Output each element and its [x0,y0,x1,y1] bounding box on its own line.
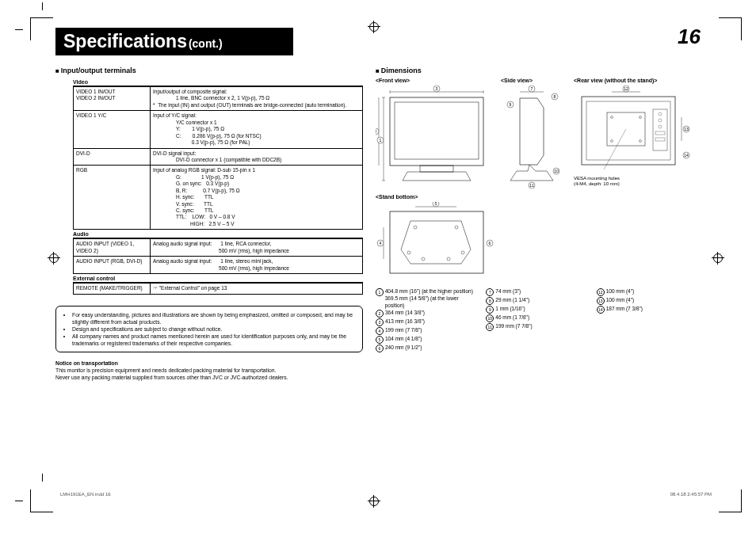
audio-table: AUDIO INPUT (VIDEO 1, VIDEO 2) Analog au… [73,238,363,274]
table-cell: VIDEO 1 IN/OUTVIDEO 2 IN/OUT [74,87,151,111]
svg-point-17 [414,226,417,229]
svg-point-18 [455,226,458,229]
table-cell: Input of Y/C signal: Y/C connector x 1 Y… [151,111,363,148]
page-footer: LMH191EA_EN.indd 16 08.4.18 2:45:57 PM [60,492,712,497]
audio-subhead: Audio [73,230,363,238]
dimension-item: 5104 mm (4 1/8") [376,336,476,344]
table-cell: AUDIO INPUT (RGB, DVI-D) [74,257,151,274]
dimension-item: 13100 mm (4") [597,297,697,305]
ext-subhead: External control [73,274,363,283]
footer-left: LMH191EA_EN.indd 16 [60,492,111,497]
svg-rect-16 [390,211,483,273]
stand-view-label: <Stand bottom> [376,194,494,200]
table-cell: VIDEO 1 Y/C [74,111,151,148]
dimension-value: 404.8 mm (16") (at the higher position) … [385,288,477,309]
dimension-value: 100 mm (4") [606,288,635,295]
svg-point-19 [407,251,410,254]
svg-text:8: 8 [554,94,556,99]
svg-point-20 [461,251,464,254]
dimension-item: 4199 mm (7 7/8") [376,327,476,335]
table-cell: DVI-D signal input: DVI-D connector x 1 … [151,148,363,166]
table-cell: REMOTE (MAKE/TRIGGER) [74,284,151,294]
dimension-number-icon: 9 [486,306,494,314]
svg-point-21 [422,257,425,261]
dimension-item: 774 mm (3") [486,288,586,296]
table-cell: AUDIO INPUT (VIDEO 1, VIDEO 2) [74,239,151,257]
note-item: For easy understanding, pictures and ill… [72,311,354,326]
svg-rect-49 [653,109,667,150]
dimension-item: 829 mm (1 1/4") [486,297,586,305]
dimension-value: 100 mm (4") [606,297,635,304]
dimension-item: 91 mm (1/16") [486,306,586,314]
side-view-diagram: 7 8 9 10 11 [501,86,567,188]
ext-table: REMOTE (MAKE/TRIGGER) ☞ "External Contro… [73,283,363,294]
square-bullet-icon: ■ [55,67,59,74]
page-number: 16 [678,25,701,49]
svg-rect-54 [655,138,665,141]
footer-right: 08.4.18 2:45:57 PM [670,492,712,497]
right-column: ■Dimensions <Front view> [376,63,697,382]
dimension-number-icon: 10 [486,314,494,322]
dimension-value: 74 mm (3") [495,288,521,295]
dimension-item: 6240 mm (9 1/2") [376,345,476,352]
dimension-item: 11199 mm (7 7/8") [486,323,586,331]
svg-text:1: 1 [380,138,382,143]
dimension-number-icon: 5 [376,336,384,344]
dimension-item: 3413 mm (16 3/8") [376,318,476,326]
dimension-value: 240 mm (9 1/2") [385,345,422,352]
svg-point-51 [659,119,662,122]
dims-heading: ■Dimensions [376,67,697,74]
note-item: Design and specifications are subject to… [72,326,354,333]
transport-line: This monitor is precision equipment and … [55,367,363,375]
svg-point-48 [640,140,642,143]
dimension-number-icon: 14 [597,306,605,314]
table-cell: Input of analog RGB signal: D-sub 15-pin… [151,166,363,230]
rear-view-diagram: 12 13 14 [574,86,691,173]
title-bar: Specifications (cont.) [55,28,293,55]
dimension-number-icon: 3 [376,318,384,326]
dimension-value: 187 mm (7 3/8") [606,306,643,313]
dimension-value: 364 mm (14 3/8") [385,310,425,317]
front-view-label: <Front view> [376,78,494,83]
dimensions-list: 1404.8 mm (16") (at the higher position)… [376,288,697,353]
table-cell: ☞ "External Control" on page 13 [151,284,363,294]
dimension-item: 14187 mm (7 3/8") [597,306,697,314]
video-table: VIDEO 1 IN/OUTVIDEO 2 IN/OUT Input/outpu… [73,86,363,230]
svg-rect-53 [655,131,665,135]
dimension-value: 413 mm (16 3/8") [385,318,425,326]
svg-point-45 [611,116,613,119]
svg-text:3: 3 [436,86,438,91]
side-view-label: <Side view> [501,78,567,83]
svg-rect-1 [395,102,479,159]
dimension-number-icon: 6 [376,345,384,352]
svg-text:11: 11 [529,183,534,188]
dimension-number-icon: 4 [376,327,384,335]
svg-text:14: 14 [684,153,689,158]
svg-text:13: 13 [684,127,689,131]
dimension-number-icon: 7 [486,288,494,296]
svg-text:12: 12 [624,86,628,91]
dimension-number-icon: 12 [597,288,605,296]
svg-point-50 [659,112,662,116]
left-column: ■Input/output terminals Video VIDEO 1 IN… [55,63,363,382]
table-cell: Analog audio signal input: 1 line, stere… [151,257,363,274]
transport-notice: Notice on transportation This monitor is… [55,360,363,381]
front-view-diagram: 1 2 3 [376,86,494,188]
dimension-number-icon: 13 [597,297,605,305]
title-sub: (cont.) [189,37,223,50]
svg-text:5: 5 [435,202,437,206]
svg-text:2: 2 [376,129,377,134]
video-subhead: Video [73,78,363,86]
svg-point-52 [659,125,662,128]
title-main: Specifications [63,31,187,51]
dimension-value: 104 mm (4 1/8") [385,336,422,343]
dimension-value: 199 mm (7 7/8") [495,323,532,330]
svg-point-22 [447,257,450,261]
svg-point-47 [611,140,613,143]
dimension-item: 1404.8 mm (16") (at the higher position)… [376,288,476,309]
notice-box: For easy understanding, pictures and ill… [55,306,363,353]
svg-text:9: 9 [510,102,512,107]
table-cell: RGB [74,166,151,230]
io-heading: ■Input/output terminals [55,67,363,74]
dimension-number-icon: 11 [486,323,494,331]
